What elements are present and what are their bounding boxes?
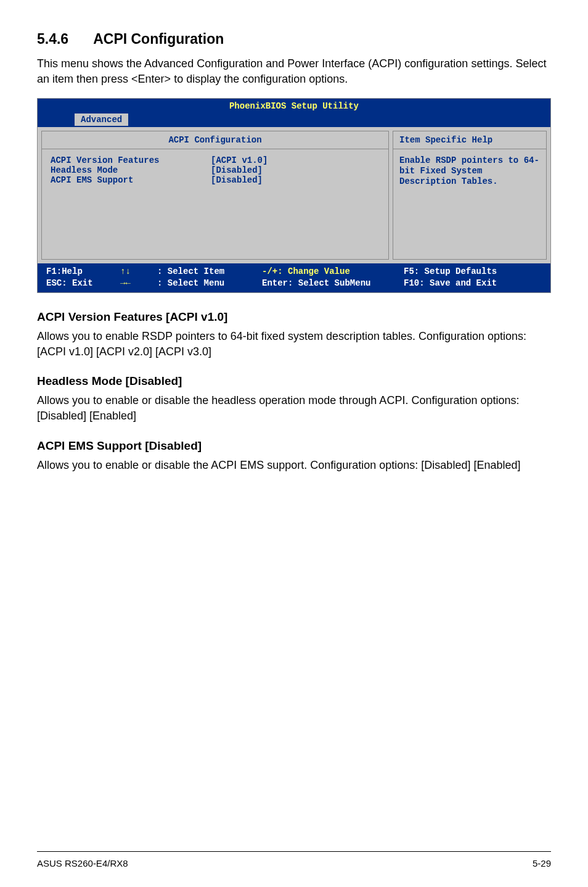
bios-body: ACPI Configuration ACPI Version Features… bbox=[38, 127, 550, 263]
subsection-text: Allows you to enable RSDP pointers to 64… bbox=[37, 329, 551, 360]
bios-left-panel: ACPI Configuration ACPI Version Features… bbox=[41, 131, 389, 260]
bios-title: PhoenixBIOS Setup Utility bbox=[38, 99, 550, 113]
bios-item-value: [Disabled] bbox=[211, 175, 263, 185]
bios-tab-advanced: Advanced bbox=[75, 113, 128, 126]
subsection-text: Allows you to enable or disable the head… bbox=[37, 393, 551, 424]
bios-item-label: ACPI Version Features bbox=[51, 155, 211, 165]
bios-key-f10: F10: Save and Exit bbox=[404, 278, 542, 289]
bios-item-value: [ACPI v1.0] bbox=[211, 155, 267, 165]
bios-item-row: ACPI EMS Support [Disabled] bbox=[51, 175, 380, 185]
bios-key-select-menu: : Select Menu bbox=[157, 278, 262, 289]
footer-left: ASUS RS260-E4/RX8 bbox=[37, 858, 128, 868]
bios-config-title: ACPI Configuration bbox=[42, 131, 388, 149]
bios-tabbar: Advanced bbox=[38, 113, 550, 127]
bios-help-text: Enable RSDP pointers to 64-bit Fixed Sys… bbox=[393, 149, 546, 192]
section-number: 5.4.6 bbox=[37, 31, 68, 47]
footer-right: 5-29 bbox=[533, 858, 551, 868]
bios-help-title: Item Specific Help bbox=[393, 131, 546, 149]
subsection-text: Allows you to enable or disable the ACPI… bbox=[37, 458, 551, 473]
bios-key-select-submenu: Enter: Select SubMenu bbox=[262, 278, 404, 289]
bios-help-panel: Item Specific Help Enable RSDP pointers … bbox=[393, 131, 547, 260]
section-heading: 5.4.6ACPI Configuration bbox=[37, 31, 551, 47]
bios-key-f1: F1:Help bbox=[46, 266, 120, 277]
bios-item-label: ACPI EMS Support bbox=[51, 175, 211, 185]
bios-key-f5: F5: Setup Defaults bbox=[404, 266, 542, 277]
bios-key-esc: ESC: Exit bbox=[46, 278, 120, 289]
arrow-updown-icon: ↑↓ bbox=[120, 266, 157, 277]
page-footer: ASUS RS260-E4/RX8 5-29 bbox=[37, 851, 551, 868]
bios-key-change-value: -/+: Change Value bbox=[262, 266, 404, 277]
subsection-heading: ACPI Version Features [ACPI v1.0] bbox=[37, 310, 551, 324]
arrow-leftright-icon: →← bbox=[120, 278, 157, 289]
bios-item-row: ACPI Version Features [ACPI v1.0] bbox=[51, 155, 380, 165]
bios-screenshot: PhoenixBIOS Setup Utility Advanced ACPI … bbox=[37, 98, 551, 292]
bios-key-select-item: : Select Item bbox=[157, 266, 262, 277]
bios-footer: F1:Help ESC: Exit ↑↓ →← : Select Item : … bbox=[38, 263, 550, 292]
subsection-heading: Headless Mode [Disabled] bbox=[37, 374, 551, 388]
bios-item-label: Headless Mode bbox=[51, 165, 211, 175]
section-title: ACPI Configuration bbox=[93, 31, 224, 47]
subsection-heading: ACPI EMS Support [Disabled] bbox=[37, 439, 551, 453]
intro-paragraph: This menu shows the Advanced Configurati… bbox=[37, 56, 551, 87]
bios-item-row: Headless Mode [Disabled] bbox=[51, 165, 380, 175]
bios-item-value: [Disabled] bbox=[211, 165, 263, 175]
